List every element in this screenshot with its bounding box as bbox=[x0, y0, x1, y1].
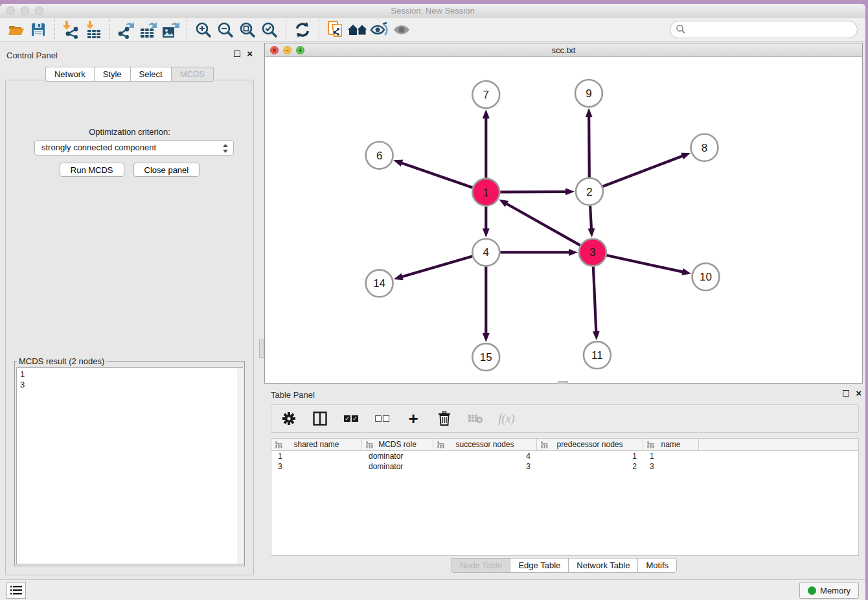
close-table-panel-icon[interactable]: × bbox=[856, 390, 862, 397]
mcds-result-item: 1 bbox=[20, 369, 239, 380]
table-cell[interactable]: 3 bbox=[433, 461, 537, 472]
graph-edge-3-11[interactable] bbox=[593, 266, 596, 332]
open-folder-icon[interactable] bbox=[5, 19, 27, 40]
import-network-icon[interactable] bbox=[60, 19, 82, 40]
zoom-fit-icon[interactable] bbox=[236, 19, 258, 40]
graph-edge-4-14[interactable] bbox=[401, 257, 472, 277]
network-canvas[interactable]: 7968124314101511 bbox=[265, 57, 862, 383]
table-cell[interactable]: 1 bbox=[537, 451, 643, 461]
zoom-selected-icon[interactable] bbox=[258, 19, 280, 40]
graph-edge-arrowhead bbox=[588, 228, 595, 237]
add-column-icon[interactable]: + bbox=[405, 410, 422, 427]
home-layout-icon[interactable] bbox=[347, 19, 369, 40]
show-all-eye-icon[interactable] bbox=[391, 19, 413, 40]
zoom-out-icon[interactable] bbox=[214, 19, 236, 40]
table-cell[interactable]: dominator bbox=[362, 461, 433, 472]
toolbar-separator bbox=[109, 19, 110, 40]
memory-label: Memory bbox=[820, 586, 851, 595]
graph-edge-2-9[interactable] bbox=[589, 116, 589, 178]
search-input[interactable] bbox=[670, 21, 858, 38]
memory-button[interactable]: Memory bbox=[799, 582, 859, 599]
control-panel-tabs: NetworkStyleSelectMCDS bbox=[0, 67, 259, 82]
table-row[interactable]: 1dominator411 bbox=[271, 451, 858, 461]
column-header-label: predecessor nodes bbox=[556, 440, 622, 449]
tab-mcds[interactable]: MCDS bbox=[171, 67, 214, 82]
tab-network-table[interactable]: Network Table bbox=[568, 558, 637, 573]
column-header-successor-nodes[interactable]: successor nodes bbox=[433, 439, 537, 450]
table-panel-title: Table Panel bbox=[271, 390, 315, 400]
graph-edge-3-1[interactable] bbox=[506, 203, 580, 246]
close-panel-button[interactable]: Close panel bbox=[133, 163, 200, 177]
column-header-predecessor-nodes[interactable]: predecessor nodes bbox=[537, 439, 643, 450]
graph-edge-arrowhead bbox=[483, 333, 490, 342]
table-cell[interactable]: 4 bbox=[433, 451, 537, 461]
column-layout-icon[interactable] bbox=[312, 410, 328, 427]
hide-selected-eye-icon[interactable] bbox=[369, 19, 391, 40]
deselect-all-icon[interactable]: ✓✓ bbox=[374, 410, 391, 427]
toolbar-separator bbox=[319, 19, 319, 40]
splitter-handle[interactable] bbox=[259, 340, 264, 358]
column-header-shared-name[interactable]: shared name bbox=[271, 439, 362, 450]
function-builder-icon-disabled: f(x) bbox=[498, 410, 515, 427]
float-table-panel-icon[interactable] bbox=[843, 390, 849, 397]
control-panel-title: Control Panel bbox=[6, 51, 58, 60]
select-all-icon[interactable]: ✓✓ bbox=[343, 410, 360, 427]
column-header-label: MCDS role bbox=[378, 440, 417, 449]
graph-edge-1-6[interactable] bbox=[401, 163, 473, 187]
graph-edge-3-10[interactable] bbox=[606, 255, 683, 272]
network-view-window: × − + scc.txt 7968124314101511 bbox=[264, 43, 863, 384]
tab-network[interactable]: Network bbox=[45, 67, 94, 82]
mcds-result-list[interactable]: 13 bbox=[16, 367, 243, 564]
graph-edge-1-2[interactable] bbox=[500, 192, 567, 192]
graph-edge-2-8[interactable] bbox=[602, 156, 683, 187]
export-image-icon[interactable] bbox=[159, 19, 181, 40]
toolbar-separator bbox=[54, 19, 55, 40]
float-panel-icon[interactable] bbox=[234, 51, 240, 57]
table-cell[interactable]: dominator bbox=[362, 451, 433, 461]
optimization-criterion-select[interactable]: strongly connected component bbox=[34, 140, 234, 156]
graph-edge-arrowhead bbox=[394, 273, 404, 281]
delete-column-trash-icon[interactable] bbox=[436, 410, 453, 427]
delete-table-icon-disabled bbox=[467, 410, 484, 427]
column-header-label: successor nodes bbox=[455, 440, 514, 449]
close-panel-icon[interactable]: × bbox=[247, 51, 253, 57]
tab-style[interactable]: Style bbox=[94, 67, 130, 82]
column-header-name[interactable]: name bbox=[643, 439, 699, 450]
table-cell[interactable]: 1 bbox=[271, 451, 362, 461]
mcds-result-item: 3 bbox=[20, 380, 239, 390]
table-row[interactable]: 3dominator323 bbox=[271, 461, 858, 472]
search-container bbox=[670, 21, 858, 38]
refresh-icon[interactable] bbox=[291, 19, 314, 40]
table-cell[interactable]: 3 bbox=[643, 461, 699, 472]
column-header-mcds-role[interactable]: MCDS role bbox=[362, 439, 433, 450]
export-network-icon[interactable] bbox=[115, 19, 137, 40]
result-scrollbar[interactable] bbox=[237, 368, 243, 564]
graph-edge-arrowhead bbox=[483, 228, 490, 237]
import-table-icon[interactable] bbox=[82, 19, 104, 40]
graph-node-label: 9 bbox=[586, 87, 591, 100]
graph-node-label: 6 bbox=[376, 150, 382, 162]
graph-edge-arrowhead bbox=[681, 153, 691, 159]
tab-node-table[interactable]: Node Table bbox=[451, 558, 510, 573]
zoom-in-icon[interactable] bbox=[192, 19, 214, 40]
clone-network-icon[interactable] bbox=[325, 19, 347, 40]
tab-edge-table[interactable]: Edge Table bbox=[510, 558, 568, 573]
task-history-button[interactable] bbox=[6, 582, 26, 599]
graph-node-label: 7 bbox=[483, 89, 489, 101]
vertical-splitter[interactable] bbox=[259, 47, 264, 578]
network-hscroll-handle[interactable] bbox=[558, 381, 568, 384]
export-table-icon[interactable] bbox=[137, 19, 159, 40]
toolbar-separator bbox=[187, 19, 187, 40]
graph-edge-2-3[interactable] bbox=[590, 206, 591, 230]
graph-node-label: 15 bbox=[480, 351, 492, 363]
graph-node-label: 11 bbox=[591, 349, 603, 362]
settings-gear-icon[interactable] bbox=[280, 410, 297, 427]
tab-motifs[interactable]: Motifs bbox=[637, 558, 677, 573]
table-cell[interactable]: 3 bbox=[271, 461, 362, 472]
table-cell[interactable]: 2 bbox=[537, 461, 643, 472]
status-bar: Memory bbox=[0, 579, 865, 600]
run-mcds-button[interactable]: Run MCDS bbox=[60, 163, 124, 177]
table-cell[interactable]: 1 bbox=[643, 451, 699, 461]
save-icon[interactable] bbox=[27, 19, 49, 40]
tab-select[interactable]: Select bbox=[130, 67, 171, 82]
